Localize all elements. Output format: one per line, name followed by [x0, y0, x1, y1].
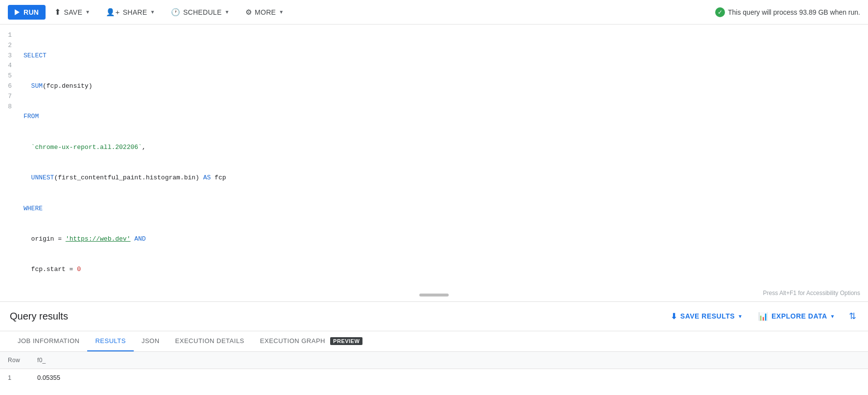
code-line-3: FROM	[24, 112, 864, 122]
explore-data-dropdown-arrow: ▼	[830, 314, 835, 319]
schedule-label: SCHEDULE	[183, 8, 222, 16]
code-line-6: WHERE	[24, 204, 864, 214]
line-num-4: 4	[8, 61, 12, 71]
code-line-5: UNNEST(first_contentful_paint.histogram.…	[24, 173, 864, 183]
download-icon: ⬇	[671, 312, 677, 321]
results-table: Row f0_ 1 0.05355	[0, 352, 868, 386]
tab-execution-graph[interactable]: EXECUTION GRAPH PREVIEW	[252, 331, 371, 351]
expand-icon: ⇅	[849, 311, 856, 321]
table-header-row: Row f0_	[0, 352, 868, 369]
results-header: Query results ⬇ SAVE RESULTS ▼ 📊 EXPLORE…	[0, 302, 868, 331]
col-row: Row	[0, 352, 29, 369]
line-num-6: 6	[8, 81, 12, 92]
tab-execution-graph-label: EXECUTION GRAPH	[260, 337, 325, 345]
code-line-1: SELECT	[24, 51, 864, 61]
results-actions: ⬇ SAVE RESULTS ▼ 📊 EXPLORE DATA ▼ ⇅	[667, 309, 858, 324]
query-info: ✓ This query will process 93.89 GB when …	[715, 7, 860, 17]
expand-button[interactable]: ⇅	[847, 309, 858, 323]
schedule-button[interactable]: 🕐 SCHEDULE ▼	[164, 4, 237, 20]
save-results-dropdown-arrow: ▼	[738, 314, 743, 319]
results-section: Query results ⬇ SAVE RESULTS ▼ 📊 EXPLORE…	[0, 302, 868, 386]
save-results-button[interactable]: ⬇ SAVE RESULTS ▼	[667, 309, 747, 324]
save-results-label: SAVE RESULTS	[680, 312, 735, 320]
share-button[interactable]: 👤+ SHARE ▼	[99, 4, 162, 20]
save-label: SAVE	[64, 8, 83, 16]
run-label: RUN	[24, 8, 39, 16]
play-icon	[15, 9, 20, 15]
col-f0: f0_	[29, 352, 626, 369]
tab-json-label: JSON	[142, 337, 160, 345]
line-num-5: 5	[8, 71, 12, 81]
accessibility-hint: Press Alt+F1 for Accessibility Options	[763, 290, 860, 296]
schedule-dropdown-arrow: ▼	[225, 9, 230, 15]
horizontal-scrollbar[interactable]	[419, 294, 449, 296]
preview-badge: PREVIEW	[330, 337, 362, 345]
more-button[interactable]: ⚙ MORE ▼	[239, 4, 291, 20]
save-icon: ⬆	[54, 7, 61, 17]
more-label: MORE	[255, 8, 276, 16]
cell-row-1: 1	[0, 369, 29, 386]
cell-empty-1	[626, 369, 868, 386]
share-icon: 👤+	[106, 8, 120, 17]
tab-json[interactable]: JSON	[134, 331, 168, 351]
share-label: SHARE	[123, 8, 147, 16]
code-line-4: `chrome-ux-report.all.202206`,	[24, 143, 864, 153]
code-editor[interactable]: 1 2 3 4 5 6 7 8 SELECT SUM(fcp.density) …	[0, 25, 868, 301]
explore-data-label: EXPLORE DATA	[772, 312, 827, 320]
save-dropdown-arrow: ▼	[85, 9, 90, 15]
more-dropdown-arrow: ▼	[279, 9, 284, 15]
query-info-text: This query will process 93.89 GB when ru…	[728, 8, 860, 16]
run-button[interactable]: RUN	[8, 5, 46, 20]
share-dropdown-arrow: ▼	[150, 9, 155, 15]
table-row: 1 0.05355	[0, 369, 868, 386]
toolbar: RUN ⬆ SAVE ▼ 👤+ SHARE ▼ 🕐 SCHEDULE ▼ ⚙ M…	[0, 0, 868, 25]
editor-area[interactable]: 1 2 3 4 5 6 7 8 SELECT SUM(fcp.density) …	[0, 25, 868, 302]
tabs-bar: JOB INFORMATION RESULTS JSON EXECUTION D…	[0, 331, 868, 352]
results-title: Query results	[10, 311, 667, 322]
chart-icon: 📊	[758, 312, 769, 321]
schedule-icon: 🕐	[171, 8, 180, 17]
line-num-1: 1	[8, 30, 12, 41]
save-button[interactable]: ⬆ SAVE ▼	[48, 4, 97, 20]
tab-execution-details-label: EXECUTION DETAILS	[175, 337, 244, 345]
explore-data-button[interactable]: 📊 EXPLORE DATA ▼	[754, 309, 839, 324]
code-line-8: fcp.start = 0	[24, 265, 864, 275]
check-icon: ✓	[715, 7, 725, 17]
tab-results[interactable]: RESULTS	[87, 331, 134, 351]
line-num-8: 8	[8, 102, 12, 112]
col-empty	[626, 352, 868, 369]
code-line-2: SUM(fcp.density)	[24, 81, 864, 92]
line-numbers: 1 2 3 4 5 6 7 8	[0, 30, 20, 296]
tab-job-information[interactable]: JOB INFORMATION	[10, 331, 87, 351]
code-content[interactable]: SELECT SUM(fcp.density) FROM `chrome-ux-…	[20, 30, 868, 296]
line-num-3: 3	[8, 51, 12, 61]
code-line-7: origin = 'https://web.dev' AND	[24, 234, 864, 245]
tab-execution-details[interactable]: EXECUTION DETAILS	[168, 331, 252, 351]
line-num-7: 7	[8, 92, 12, 102]
tab-job-information-label: JOB INFORMATION	[18, 337, 79, 345]
tab-results-label: RESULTS	[95, 337, 126, 345]
line-num-2: 2	[8, 41, 12, 51]
gear-icon: ⚙	[245, 8, 252, 17]
cell-f0-1: 0.05355	[29, 369, 626, 386]
